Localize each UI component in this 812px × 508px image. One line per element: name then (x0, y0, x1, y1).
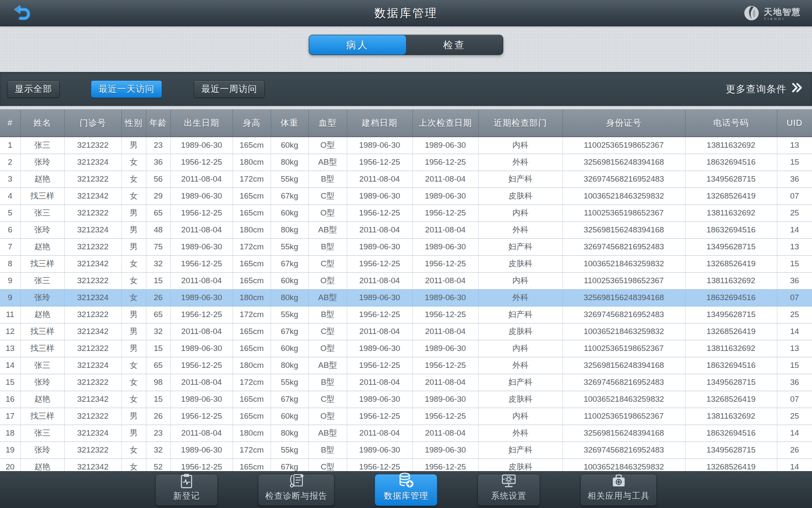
table-cell: AB型 (308, 357, 347, 374)
table-cell: O型 (308, 204, 347, 221)
table-row[interactable]: 5张三3212322男651956-12-25165cm60kgO型1956-1… (0, 204, 812, 221)
table-row[interactable]: 9张三3212322女152011-08-04165cm60kgO型2011-0… (0, 272, 812, 289)
column-header: 血型 (308, 110, 347, 137)
table-cell: 1989-06-30 (170, 442, 233, 458)
column-header: 身份证号 (562, 110, 685, 137)
table-cell: 1989-06-30 (347, 188, 412, 204)
nav-new-registration-button[interactable]: 新登记 (155, 474, 218, 506)
tools-icon (611, 473, 627, 489)
table-cell: 60kg (271, 408, 308, 425)
nav-related-apps-tools-button[interactable]: 相关应用与工具 (580, 474, 657, 506)
column-header: 年龄 (146, 110, 170, 137)
table-header-row: #姓名门诊号性别年龄出生日期身高体重血型建档日期上次检查日期近期检查部门身份证号… (0, 110, 812, 137)
table-cell: 326974568216952483 (562, 442, 685, 458)
table-row[interactable]: 8找三样3212342女321956-12-25165cm67kgC型1956-… (0, 255, 812, 272)
table-row[interactable]: 6张玲3212324男482011-08-04180cm80kgAB型2011-… (0, 221, 812, 238)
nav-exam-report-button[interactable]: 检查诊断与报告 (258, 474, 335, 506)
table-cell: 110025365198652367 (562, 408, 685, 425)
column-header: 建档日期 (347, 110, 412, 137)
table-cell: 13268526419 (685, 323, 777, 340)
filter-show-all-button[interactable]: 显示全部 (7, 80, 60, 98)
table-cell: 1956-12-25 (347, 408, 412, 425)
nav-label: 数据库管理 (384, 490, 428, 502)
table-cell: 1956-12-25 (412, 154, 478, 171)
tab-examination[interactable]: 检查 (406, 35, 503, 55)
table-cell: 男 (121, 204, 146, 221)
double-chevron-right-icon (792, 83, 803, 95)
table-row[interactable]: 14张三3212324女651956-12-25180cm80kgAB型1956… (0, 357, 812, 374)
table-cell: 张玲 (20, 442, 64, 458)
table-cell: 13 (0, 340, 20, 357)
table-cell: 2011-08-04 (412, 374, 478, 391)
table-row[interactable]: 13找三样3212322男151989-06-30165cm60kgO型1989… (0, 340, 812, 357)
table-cell: 13 (777, 137, 812, 154)
nav-database-management-button[interactable]: 数据库管理 (375, 474, 437, 506)
table-cell: 326974568216952483 (562, 306, 685, 323)
column-header: 门诊号 (64, 110, 121, 137)
table-row[interactable]: 18张三3212324男232011-08-04180cm80kgAB型2011… (0, 425, 812, 442)
column-header: 姓名 (20, 110, 64, 137)
table-cell: 5 (0, 204, 20, 221)
table-cell: 女 (121, 188, 146, 204)
table-cell: 外科 (478, 154, 562, 171)
nav-system-settings-button[interactable]: 系统设置 (477, 474, 540, 506)
table-cell: 2011-08-04 (170, 374, 233, 391)
table-cell: 皮肤科 (478, 188, 562, 204)
tab-patient[interactable]: 病人 (309, 35, 406, 55)
table-cell: 07 (777, 188, 812, 204)
more-query-conditions-link[interactable]: 更多查询条件 (726, 83, 803, 96)
table-row[interactable]: 12找三样3212342男322011-08-04165cm67kgC型2011… (0, 323, 812, 340)
table-cell: 110025365198652367 (562, 272, 685, 289)
table-row[interactable]: 3赵艳3212322女562011-08-04172cm55kgB型2011-0… (0, 171, 812, 188)
table-cell: 55kg (271, 306, 308, 323)
table-cell: 内科 (478, 272, 562, 289)
table-row[interactable]: 2张玲3212324女361956-12-25180cm80kgAB型1956-… (0, 154, 812, 171)
table-cell: 3212324 (64, 289, 121, 306)
table-cell: 男 (121, 238, 146, 255)
table-cell: 1989-06-30 (347, 137, 412, 154)
column-header: 体重 (271, 110, 308, 137)
table-cell: 2011-08-04 (347, 425, 412, 442)
tab-group: 病人 检查 (309, 35, 503, 55)
table-row[interactable]: 4找三样3212342女291989-06-30165cm67kgC型1989-… (0, 188, 812, 204)
table-row[interactable]: 7赵艳3212322男751989-06-30172cm55kgB型1989-0… (0, 238, 812, 255)
table-cell: 妇产科 (478, 374, 562, 391)
table-cell: 2011-08-04 (170, 272, 233, 289)
table-cell: 326974568216952483 (562, 171, 685, 188)
table-cell: 15 (777, 357, 812, 374)
table-cell: 13811632692 (685, 204, 777, 221)
table-cell: 165cm (233, 391, 271, 408)
table-row-selected[interactable]: 9张玲3212324女261989-06-30180cm80kgAB型1989-… (0, 289, 812, 306)
table-cell: 1989-06-30 (170, 340, 233, 357)
table-cell: 36 (777, 171, 812, 188)
table-cell: 1956-12-25 (170, 255, 233, 272)
table-cell: 48 (146, 221, 170, 238)
table-cell: 26 (146, 408, 170, 425)
table-cell: 67kg (271, 391, 308, 408)
table-cell: 15 (777, 154, 812, 171)
table-cell: 65 (146, 357, 170, 374)
filter-last-day-button[interactable]: 最近一天访问 (91, 80, 162, 98)
table-cell: 60kg (271, 137, 308, 154)
table-row[interactable]: 1张三3212322男231989-06-30165cm60kgO型1989-0… (0, 137, 812, 154)
table-cell: C型 (308, 323, 347, 340)
table-cell: 13495628715 (685, 306, 777, 323)
table-cell: 9 (0, 272, 20, 289)
column-header: 上次检查日期 (412, 110, 478, 137)
table-cell: 3212324 (64, 154, 121, 171)
table-cell: 内科 (478, 137, 562, 154)
table-row[interactable]: 16赵艳3212342女151989-06-30165cm67kgC型1989-… (0, 391, 812, 408)
table-cell: 1956-12-25 (170, 306, 233, 323)
table-cell: 1989-06-30 (347, 289, 412, 306)
table-cell: 07 (777, 289, 812, 306)
table-row[interactable]: 19张玲3212322女321989-06-30172cm55kgB型1989-… (0, 442, 812, 458)
table-row[interactable]: 15张玲3212322女982011-08-04172cm55kgB型2011-… (0, 374, 812, 391)
table-cell: 1989-06-30 (412, 238, 478, 255)
table-row[interactable]: 17找三样3212322男261956-12-25165cm60kgO型1956… (0, 408, 812, 425)
table-cell: 14 (777, 323, 812, 340)
table-row[interactable]: 11赵艳3212322男651956-12-25172cm55kgB型1956-… (0, 306, 812, 323)
table-cell: 13495628715 (685, 442, 777, 458)
filter-last-week-button[interactable]: 最近一周访问 (194, 80, 265, 98)
table-cell: 3212342 (64, 255, 121, 272)
table-cell: 13 (777, 238, 812, 255)
